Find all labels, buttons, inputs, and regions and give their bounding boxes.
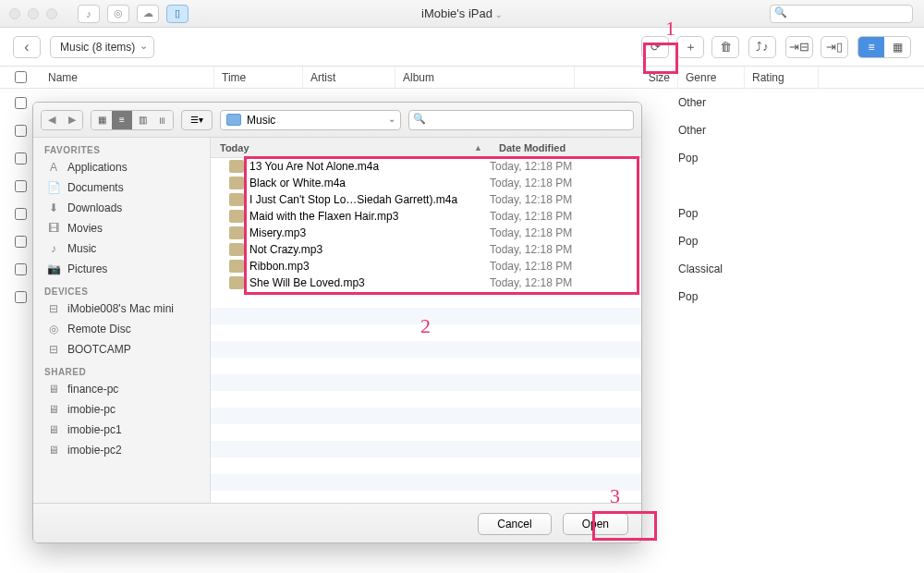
file-col-date[interactable]: Date Modified [490, 138, 641, 157]
cancel-button[interactable]: Cancel [478, 513, 551, 535]
arrange-dropdown[interactable]: ☰▾ [181, 110, 213, 130]
category-dropdown[interactable]: Music (8 items) [50, 36, 154, 58]
file-row[interactable]: Black or White.m4aToday, 12:18 PM [211, 175, 641, 191]
sidebar-item-label: Downloads [67, 201, 122, 214]
add-button[interactable]: ＋ [676, 36, 704, 58]
col-time[interactable]: Time [214, 67, 303, 88]
sidebar-item[interactable]: 📄Documents [33, 177, 210, 198]
row-checkbox[interactable] [15, 236, 27, 248]
grid-view-button[interactable]: ▦ [884, 37, 910, 57]
sidebar-item[interactable]: AApplications [33, 157, 210, 177]
location-dropdown[interactable]: Music [220, 110, 401, 130]
row-checkbox[interactable] [15, 180, 27, 192]
row-checkbox[interactable] [15, 97, 27, 109]
dialog-toolbar: ◀ ▶ ▦ ≡ ▥ ⫼ ☰▾ Music [33, 103, 641, 138]
to-mac-button[interactable]: ⇥⊟ [785, 36, 813, 58]
close-dot[interactable] [9, 8, 20, 19]
titlebar-search[interactable] [770, 5, 913, 23]
file-icon [229, 210, 244, 223]
sidebar-item[interactable]: 🎞Movies [33, 218, 210, 238]
nav-back[interactable]: ◀ [42, 111, 62, 129]
annotation-2: 2 [420, 314, 431, 338]
sidebar-item-icon: ⊟ [46, 343, 61, 356]
file-row[interactable]: I Just Can't Stop Lo…Siedah Garrett).m4a… [211, 191, 641, 208]
sidebar-item[interactable]: ⊟iMobie008's Mac mini [33, 299, 210, 319]
row-checkbox[interactable] [15, 291, 27, 303]
dialog-search[interactable] [408, 110, 634, 130]
back-button[interactable]: ‹ [13, 36, 41, 58]
file-row[interactable]: Maid with the Flaxen Hair.mp3Today, 12:1… [211, 208, 641, 225]
sidebar-item[interactable]: 📷Pictures [33, 259, 210, 279]
file-date: Today, 12:18 PM [490, 276, 572, 289]
dialog-search-input[interactable] [408, 110, 634, 130]
file-date: Today, 12:18 PM [490, 160, 572, 173]
chevron-left-icon: ‹ [24, 39, 29, 55]
music-icon[interactable]: ♪ [78, 5, 100, 23]
search-input[interactable] [770, 5, 913, 23]
target-icon[interactable]: ◎ [107, 5, 129, 23]
sidebar-item[interactable]: ◎Remote Disc [33, 319, 210, 339]
sidebar-item-label: imobie-pc [67, 403, 116, 416]
to-device-button[interactable]: ⇥▯ [821, 36, 848, 58]
titlebar: ♪ ◎ ☁ ▯ iMobie's iPad⌄ [0, 0, 924, 28]
refresh-icon: ⟳ [650, 40, 661, 54]
col-genre[interactable]: Genre [678, 67, 745, 88]
file-row[interactable]: Ribbon.mp3Today, 12:18 PM [211, 258, 641, 274]
sidebar-item-icon: ⬇ [46, 201, 61, 214]
sidebar-item-icon: 🖥 [46, 383, 61, 396]
sidebar-item-label: Remote Disc [67, 323, 131, 335]
sidebar-item[interactable]: 🖥imobie-pc2 [33, 440, 210, 460]
file-row[interactable]: She Will Be Loved.mp3Today, 12:18 PM [211, 274, 641, 291]
file-col-name[interactable]: Today▲ [211, 138, 490, 157]
list-view-button[interactable]: ≡ [858, 37, 884, 57]
empty-row [211, 408, 641, 424]
col-artist[interactable]: Artist [303, 67, 395, 88]
col-name[interactable]: Name [41, 67, 214, 88]
file-row[interactable]: Misery.mp3Today, 12:18 PM [211, 225, 641, 241]
row-checkbox[interactable] [15, 152, 27, 165]
row-checkbox[interactable] [15, 263, 27, 275]
empty-row [211, 291, 641, 308]
empty-row [211, 491, 641, 503]
annotation-3: 3 [610, 484, 620, 508]
icon-view[interactable]: ▦ [91, 111, 112, 129]
file-icon [229, 260, 244, 273]
window-title[interactable]: iMobie's iPad⌄ [421, 6, 503, 20]
cloud-icon[interactable]: ☁ [137, 5, 159, 23]
file-name: Ribbon.mp3 [249, 260, 490, 273]
to-itunes-icon: ⤴♪ [756, 40, 769, 54]
sidebar-item[interactable]: ⬇Downloads [33, 198, 210, 218]
col-album[interactable]: Album [395, 67, 575, 88]
sidebar-item[interactable]: ♪Music [33, 238, 210, 259]
file-row[interactable]: 13 You Are Not Alone.m4aToday, 12:18 PM [211, 158, 641, 175]
sidebar-item[interactable]: 🖥finance-pc [33, 379, 210, 399]
sidebar-item-icon: ⊟ [46, 302, 61, 315]
row-checkbox[interactable] [15, 125, 27, 137]
col-rating[interactable]: Rating [745, 67, 819, 88]
zoom-dot[interactable] [46, 8, 57, 19]
device-icon[interactable]: ▯ [166, 5, 188, 23]
sidebar-item[interactable]: ⊟BOOTCAMP [33, 339, 210, 360]
empty-row [211, 374, 641, 391]
row-checkbox[interactable] [15, 208, 27, 220]
list-view[interactable]: ≡ [112, 111, 132, 129]
coverflow-view[interactable]: ⫼ [152, 111, 173, 129]
file-row[interactable]: Not Crazy.mp3Today, 12:18 PM [211, 241, 641, 258]
nav-forward[interactable]: ▶ [62, 111, 82, 129]
file-icon [229, 243, 244, 256]
sidebar-item[interactable]: 🖥imobie-pc1 [33, 420, 210, 440]
sidebar-item[interactable]: 🖥imobie-pc [33, 399, 210, 420]
col-size[interactable]: Size [575, 67, 678, 88]
row-genre: Pop [678, 207, 698, 220]
open-button[interactable]: Open [563, 513, 628, 535]
column-view[interactable]: ▥ [132, 111, 152, 129]
row-genre: Pop [678, 152, 698, 165]
select-all-checkbox[interactable] [15, 71, 27, 83]
file-date: Today, 12:18 PM [490, 243, 572, 256]
to-itunes-button[interactable]: ⤴♪ [748, 36, 776, 58]
minimize-dot[interactable] [28, 8, 39, 19]
empty-row [211, 391, 641, 408]
sidebar-item-icon: ♪ [46, 242, 61, 255]
file-icon [229, 226, 244, 239]
delete-button[interactable]: 🗑 [711, 36, 739, 58]
